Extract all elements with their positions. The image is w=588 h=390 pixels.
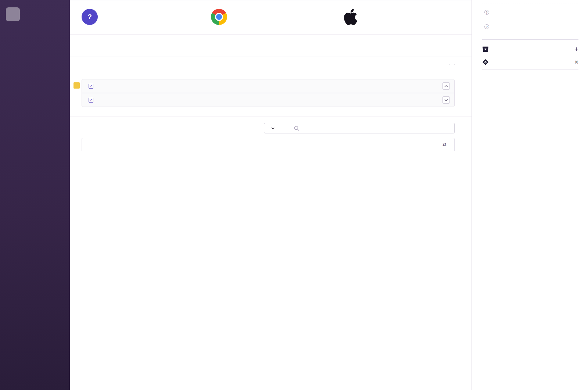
filter-by-button[interactable] — [264, 123, 279, 133]
exception-section: ↗ ↗ — [70, 57, 472, 117]
add-linked-issue-icon[interactable]: + — [574, 46, 578, 53]
panel-tags-heading — [482, 69, 578, 69]
breadcrumbs-table-header: ⇄ — [82, 138, 454, 151]
context-browser — [211, 9, 343, 34]
frame-header: ↗ — [82, 79, 454, 93]
sidebar-spacer — [0, 29, 70, 380]
collapse-frame-button[interactable] — [442, 82, 450, 90]
context-user: ? — [82, 9, 211, 34]
org-switcher[interactable] — [0, 7, 70, 21]
expand-frame-button[interactable] — [442, 96, 450, 104]
help-icon[interactable]: ? — [484, 24, 489, 29]
view-toggle-group — [449, 64, 450, 65]
context-os — [343, 9, 364, 34]
app-sidebar — [0, 0, 70, 390]
stack-frame: ↗ ↗ — [82, 79, 455, 107]
chevron-down-icon — [271, 127, 275, 129]
first-seen-label: ? — [482, 24, 578, 29]
frame-footer[interactable]: ↗ — [82, 93, 454, 107]
issue-details-panel: ? ? + × — [472, 0, 588, 390]
link-bitbucket-row: + — [482, 46, 578, 53]
breadcrumbs-controls — [264, 123, 455, 133]
breadcrumbs-search-input[interactable] — [279, 123, 455, 133]
sort-time-icon[interactable]: ⇄ — [442, 142, 447, 147]
breadcrumbs-table: ⇄ — [82, 138, 455, 151]
stacktrace-toggles — [449, 64, 455, 65]
external-link-icon[interactable]: ↗ — [89, 98, 93, 103]
last-seen-label: ? — [482, 10, 578, 15]
external-link-icon[interactable]: ↗ — [89, 84, 93, 89]
unknown-user-icon: ? — [82, 9, 98, 25]
linked-issues-heading — [482, 39, 578, 40]
bitbucket-icon — [482, 46, 489, 53]
jira-issue-icon — [482, 59, 489, 65]
chart-axis-line — [482, 4, 578, 4]
breadcrumbs-section: ⇄ — [70, 117, 472, 151]
remove-linked-issue-icon[interactable]: × — [574, 58, 578, 65]
platform-js-badge — [74, 82, 80, 89]
main-content: ? — [70, 0, 472, 390]
apple-icon — [343, 9, 359, 25]
chrome-icon — [211, 9, 227, 25]
linked-issue-row: × — [482, 58, 578, 65]
help-icon[interactable]: ? — [484, 10, 489, 15]
event-context-row: ? — [70, 0, 472, 35]
format-toggle-group — [454, 64, 455, 65]
tags-section — [70, 35, 472, 57]
search-icon — [294, 126, 299, 131]
org-avatar — [6, 7, 20, 21]
